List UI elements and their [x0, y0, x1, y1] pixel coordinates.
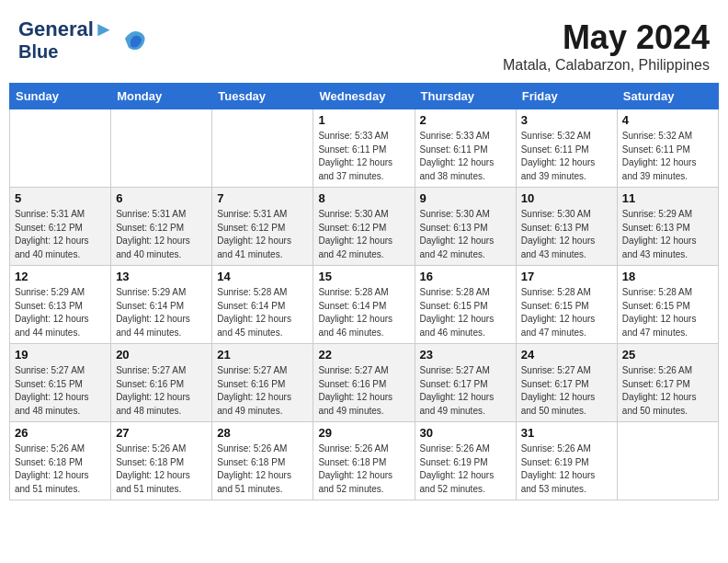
day-info: Sunrise: 5:29 AMSunset: 6:14 PMDaylight:… — [116, 286, 207, 339]
day-number: 5 — [15, 191, 106, 205]
calendar-cell: 7 Sunrise: 5:31 AMSunset: 6:12 PMDayligh… — [212, 188, 313, 266]
weekday-header-monday: Monday — [111, 84, 212, 109]
day-info: Sunrise: 5:28 AMSunset: 6:15 PMDaylight:… — [622, 286, 713, 339]
day-number: 27 — [116, 426, 207, 440]
day-info: Sunrise: 5:32 AMSunset: 6:11 PMDaylight:… — [622, 130, 713, 183]
calendar-cell — [10, 109, 111, 188]
logo-icon — [118, 24, 147, 53]
logo: General►Blue — [18, 18, 147, 63]
day-info: Sunrise: 5:27 AMSunset: 6:16 PMDaylight:… — [116, 364, 207, 418]
day-number: 6 — [116, 191, 207, 205]
day-info: Sunrise: 5:27 AMSunset: 6:16 PMDaylight:… — [217, 364, 308, 418]
calendar-cell: 4 Sunrise: 5:32 AMSunset: 6:11 PMDayligh… — [617, 109, 718, 188]
day-info: Sunrise: 5:29 AMSunset: 6:13 PMDaylight:… — [622, 208, 713, 261]
calendar-cell: 23 Sunrise: 5:27 AMSunset: 6:17 PMDaylig… — [415, 344, 516, 422]
day-number: 29 — [318, 426, 409, 440]
weekday-header-thursday: Thursday — [415, 84, 516, 109]
calendar-week-row: 1 Sunrise: 5:33 AMSunset: 6:11 PMDayligh… — [10, 109, 719, 188]
day-info: Sunrise: 5:27 AMSunset: 6:15 PMDaylight:… — [15, 364, 106, 418]
calendar-cell: 14 Sunrise: 5:28 AMSunset: 6:14 PMDaylig… — [212, 266, 313, 344]
calendar-cell: 9 Sunrise: 5:30 AMSunset: 6:13 PMDayligh… — [415, 188, 516, 266]
weekday-header-tuesday: Tuesday — [212, 84, 313, 109]
calendar-cell: 26 Sunrise: 5:26 AMSunset: 6:18 PMDaylig… — [10, 422, 111, 500]
calendar-cell: 3 Sunrise: 5:32 AMSunset: 6:11 PMDayligh… — [516, 109, 617, 188]
day-number: 20 — [116, 348, 207, 362]
weekday-header-sunday: Sunday — [10, 84, 111, 109]
day-info: Sunrise: 5:28 AMSunset: 6:14 PMDaylight:… — [318, 286, 409, 339]
calendar-cell: 22 Sunrise: 5:27 AMSunset: 6:16 PMDaylig… — [313, 344, 415, 422]
day-number: 18 — [622, 270, 713, 283]
calendar-cell: 17 Sunrise: 5:28 AMSunset: 6:15 PMDaylig… — [516, 266, 617, 344]
day-number: 3 — [521, 113, 612, 127]
day-number: 22 — [318, 348, 409, 362]
calendar-cell: 16 Sunrise: 5:28 AMSunset: 6:15 PMDaylig… — [415, 266, 516, 344]
day-info: Sunrise: 5:31 AMSunset: 6:12 PMDaylight:… — [116, 208, 207, 261]
day-number: 30 — [420, 426, 511, 440]
calendar-week-row: 5 Sunrise: 5:31 AMSunset: 6:12 PMDayligh… — [10, 188, 719, 266]
day-info: Sunrise: 5:26 AMSunset: 6:17 PMDaylight:… — [622, 364, 713, 418]
weekday-header-wednesday: Wednesday — [313, 84, 415, 109]
day-info: Sunrise: 5:30 AMSunset: 6:13 PMDaylight:… — [420, 208, 511, 261]
day-info: Sunrise: 5:27 AMSunset: 6:16 PMDaylight:… — [318, 364, 409, 418]
day-number: 19 — [15, 348, 106, 362]
calendar-cell: 8 Sunrise: 5:30 AMSunset: 6:12 PMDayligh… — [313, 188, 415, 266]
calendar-cell: 28 Sunrise: 5:26 AMSunset: 6:18 PMDaylig… — [212, 422, 313, 500]
day-info: Sunrise: 5:26 AMSunset: 6:19 PMDaylight:… — [420, 442, 511, 496]
calendar-week-row: 26 Sunrise: 5:26 AMSunset: 6:18 PMDaylig… — [10, 422, 719, 500]
day-info: Sunrise: 5:33 AMSunset: 6:11 PMDaylight:… — [420, 130, 511, 183]
day-info: Sunrise: 5:26 AMSunset: 6:18 PMDaylight:… — [15, 442, 106, 496]
day-number: 2 — [420, 113, 511, 127]
day-number: 7 — [217, 191, 308, 205]
calendar-cell: 19 Sunrise: 5:27 AMSunset: 6:15 PMDaylig… — [10, 344, 111, 422]
location-title: Matala, Calabarzon, Philippines — [503, 57, 710, 74]
day-number: 13 — [116, 270, 207, 283]
day-number: 14 — [217, 270, 308, 283]
weekday-header-saturday: Saturday — [617, 84, 718, 109]
calendar-week-row: 19 Sunrise: 5:27 AMSunset: 6:15 PMDaylig… — [10, 344, 719, 422]
day-number: 11 — [622, 191, 713, 205]
calendar-cell: 18 Sunrise: 5:28 AMSunset: 6:15 PMDaylig… — [617, 266, 718, 344]
day-number: 21 — [217, 348, 308, 362]
day-number: 12 — [15, 270, 106, 283]
month-title: May 2024 — [503, 18, 710, 57]
calendar-cell: 29 Sunrise: 5:26 AMSunset: 6:18 PMDaylig… — [313, 422, 415, 500]
calendar-cell: 31 Sunrise: 5:26 AMSunset: 6:19 PMDaylig… — [516, 422, 617, 500]
day-number: 9 — [420, 191, 511, 205]
calendar-cell: 6 Sunrise: 5:31 AMSunset: 6:12 PMDayligh… — [111, 188, 212, 266]
calendar-cell: 27 Sunrise: 5:26 AMSunset: 6:18 PMDaylig… — [111, 422, 212, 500]
day-number: 23 — [420, 348, 511, 362]
day-number: 24 — [521, 348, 612, 362]
day-info: Sunrise: 5:28 AMSunset: 6:15 PMDaylight:… — [420, 286, 511, 339]
calendar-cell: 12 Sunrise: 5:29 AMSunset: 6:13 PMDaylig… — [10, 266, 111, 344]
day-number: 25 — [622, 348, 713, 362]
day-number: 15 — [318, 270, 409, 283]
day-number: 31 — [521, 426, 612, 440]
title-block: May 2024 Matala, Calabarzon, Philippines — [503, 18, 710, 74]
calendar-cell — [212, 109, 313, 188]
day-info: Sunrise: 5:29 AMSunset: 6:13 PMDaylight:… — [15, 286, 106, 339]
day-number: 16 — [420, 270, 511, 283]
calendar-cell: 15 Sunrise: 5:28 AMSunset: 6:14 PMDaylig… — [313, 266, 415, 344]
day-info: Sunrise: 5:26 AMSunset: 6:18 PMDaylight:… — [217, 442, 308, 496]
day-info: Sunrise: 5:26 AMSunset: 6:18 PMDaylight:… — [318, 442, 409, 496]
page-header: General►Blue May 2024 Matala, Calabarzon… — [9, 9, 719, 78]
calendar-cell: 24 Sunrise: 5:27 AMSunset: 6:17 PMDaylig… — [516, 344, 617, 422]
calendar-cell: 5 Sunrise: 5:31 AMSunset: 6:12 PMDayligh… — [10, 188, 111, 266]
day-number: 8 — [318, 191, 409, 205]
calendar-cell: 1 Sunrise: 5:33 AMSunset: 6:11 PMDayligh… — [313, 109, 415, 188]
calendar-cell: 20 Sunrise: 5:27 AMSunset: 6:16 PMDaylig… — [111, 344, 212, 422]
calendar-cell: 30 Sunrise: 5:26 AMSunset: 6:19 PMDaylig… — [415, 422, 516, 500]
calendar-cell: 13 Sunrise: 5:29 AMSunset: 6:14 PMDaylig… — [111, 266, 212, 344]
calendar-week-row: 12 Sunrise: 5:29 AMSunset: 6:13 PMDaylig… — [10, 266, 719, 344]
day-number: 4 — [622, 113, 713, 127]
day-number: 1 — [318, 113, 409, 127]
day-info: Sunrise: 5:31 AMSunset: 6:12 PMDaylight:… — [15, 208, 106, 261]
day-number: 28 — [217, 426, 308, 440]
calendar-cell: 10 Sunrise: 5:30 AMSunset: 6:13 PMDaylig… — [516, 188, 617, 266]
calendar-cell: 2 Sunrise: 5:33 AMSunset: 6:11 PMDayligh… — [415, 109, 516, 188]
day-info: Sunrise: 5:28 AMSunset: 6:14 PMDaylight:… — [217, 286, 308, 339]
day-number: 10 — [521, 191, 612, 205]
calendar-cell: 11 Sunrise: 5:29 AMSunset: 6:13 PMDaylig… — [617, 188, 718, 266]
calendar-table: SundayMondayTuesdayWednesdayThursdayFrid… — [9, 83, 719, 500]
day-info: Sunrise: 5:28 AMSunset: 6:15 PMDaylight:… — [521, 286, 612, 339]
